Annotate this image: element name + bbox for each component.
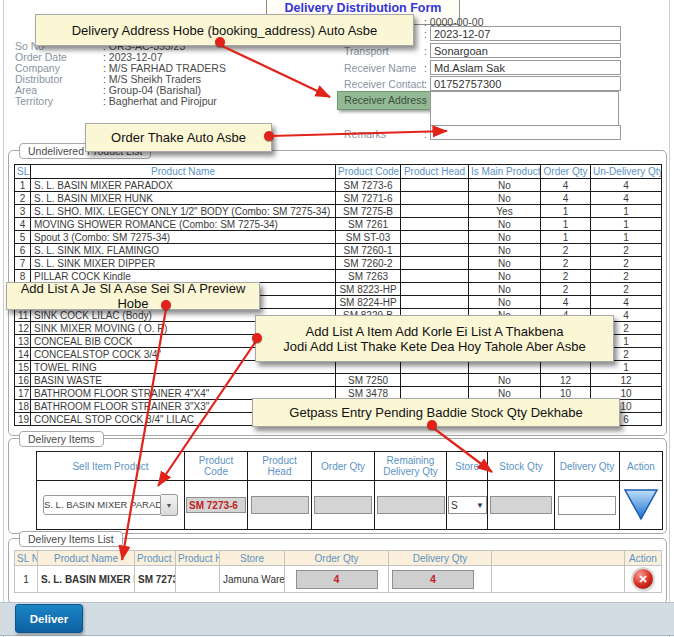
table-cell: 4 [591,179,662,192]
table-cell: SM 7275-B [336,205,401,218]
page-left-border [3,0,4,637]
col-store: Store [447,452,488,481]
table-cell: 1 [541,205,591,218]
sell-item-product-value[interactable]: S. L. BASIN MIXER PARADOX [43,495,161,515]
sl-no-cell: 1 [15,566,38,593]
table-cell [401,244,469,257]
callout-text-line1: Add List A Item Add Korle Ei List A Thak… [256,324,613,339]
receiver-name-input[interactable] [430,60,621,75]
product-code-cell: SM 7273-6 [135,566,176,593]
table-cell: 2 [591,244,662,257]
table-cell: SM 7271-6 [336,192,401,205]
table-row: 7S. L. SINK MIXER DIPPERSM 7260-2No22 [15,257,662,270]
col-store: Store [220,551,285,566]
transport-label: Transport [344,45,389,57]
table-cell [401,192,469,205]
table-cell: 15 [15,361,31,374]
table-cell: 18 [15,400,31,413]
table-row: 5Spout 3 (Combo: SM 7275-34)SM ST-03No11 [15,231,662,244]
table-cell: S. L. BASIN MIXER PARADOX [31,179,336,192]
receiver-contact-input[interactable] [430,76,621,91]
callout-text: Add List A Je Sl A Ase Sei Sl A Preview … [7,281,259,311]
table-cell: S. L. SHO. MIX. LEGECY ONLY 1/2" BODY (C… [31,205,336,218]
colon: : [424,78,427,90]
col-order-qty: Order Qty [541,165,591,179]
table-cell: 12 [591,374,662,387]
action-cell [620,481,663,530]
table-cell [401,270,469,283]
callout-text: Order Thake Auto Asbe [86,130,271,145]
callout-dot [427,420,437,430]
delivery-date-input[interactable] [430,26,621,41]
delivery-items-list-fieldset: Delivery Items List SL NO Product Name P… [8,538,667,604]
table-cell: Spout 3 (Combo: SM 7275-34) [31,231,336,244]
delivery-items-list-legend: Delivery Items List [19,531,123,547]
table-cell [541,361,591,374]
add-item-arrow-icon[interactable] [623,488,659,521]
table-cell: 5 [15,231,31,244]
table-cell: S. L. SINK MIXER DIPPER [31,257,336,270]
table-cell: No [469,257,541,270]
table-cell: 2 [541,283,591,296]
table-cell: 13 [15,335,31,348]
table-cell: No [469,244,541,257]
delete-row-button[interactable]: ✕ [633,569,653,589]
store-select[interactable]: S ▼ [448,496,487,514]
colon: : [424,128,427,140]
table-cell: 2 [591,283,662,296]
table-cell: No [469,270,541,283]
table-cell [401,283,469,296]
table-row: 1S. L. BASIN MIXER PARADOXSM 7273-6No44 [15,179,662,192]
deliver-button[interactable]: Deliver [15,604,83,633]
remaining-delivery-qty-input [377,496,445,514]
receiver-address-label: Receiver Address [337,91,434,110]
colon: : [424,62,427,74]
sell-item-product-combobox[interactable]: S. L. BASIN MIXER PARADOX ▼ [43,494,178,516]
callout-dot [252,333,262,343]
product-name-cell: S. L. BASIN MIXER PARADOX [38,566,135,593]
col-sl: SL [15,165,31,179]
remaining-qty-cell [375,481,447,530]
callout-preview: Add List A Je Sl A Ase Sei Sl A Preview … [6,282,260,310]
colon: : [424,96,427,108]
remarks-label: Remarks [344,128,386,140]
table-cell [401,257,469,270]
delivery-qty-cell [389,566,492,593]
transport-input[interactable] [430,43,621,58]
table-cell: 2 [541,257,591,270]
order-qty-input [314,496,372,514]
delivery-qty-input[interactable] [558,496,616,515]
order-qty-cell [312,481,375,530]
delivery-items-list-row: 1 S. L. BASIN MIXER PARADOX SM 7273-6 Ja… [15,566,662,593]
table-cell: SM 7260-2 [336,257,401,270]
table-row: 4MOVING SHOWER ROMANCE (Combo: SM 7275-3… [15,218,662,231]
table-cell: 4 [591,192,662,205]
col-action: Action [620,452,663,481]
table-cell: SM 7273-6 [336,179,401,192]
delivery-items-legend: Delivery Items [19,431,104,447]
col-product-head: Product Head [176,551,220,566]
table-cell: 2 [15,192,31,205]
receiver-address-textarea[interactable] [430,91,619,128]
table-cell: No [469,231,541,244]
table-cell: SM 7250 [336,374,401,387]
combobox-dropdown-button[interactable]: ▼ [161,494,178,516]
table-cell [469,361,541,374]
table-cell: 1 [15,179,31,192]
remarks-input[interactable] [430,125,621,140]
table-cell: 3 [15,205,31,218]
product-head-cell [248,481,312,530]
stock-qty-input [490,496,552,514]
delivery-items-list-table: SL NO Product Name Product Code Product … [14,550,662,593]
col-delivery-qty: Delivery Qty [555,452,620,481]
select-arrow-icon: ▼ [476,501,484,510]
table-cell: S. L. BASIN MIXER HUNK [31,192,336,205]
col-sell-item-product: Sell Item Product [37,452,185,481]
delivery-items-table: Sell Item Product Product Code Product H… [36,451,663,530]
table-cell: No [469,283,541,296]
table-cell: 2 [591,257,662,270]
table-cell: SM 7260-1 [336,244,401,257]
table-cell: SM ST-03 [336,231,401,244]
table-cell [401,218,469,231]
colon: : [424,45,427,57]
